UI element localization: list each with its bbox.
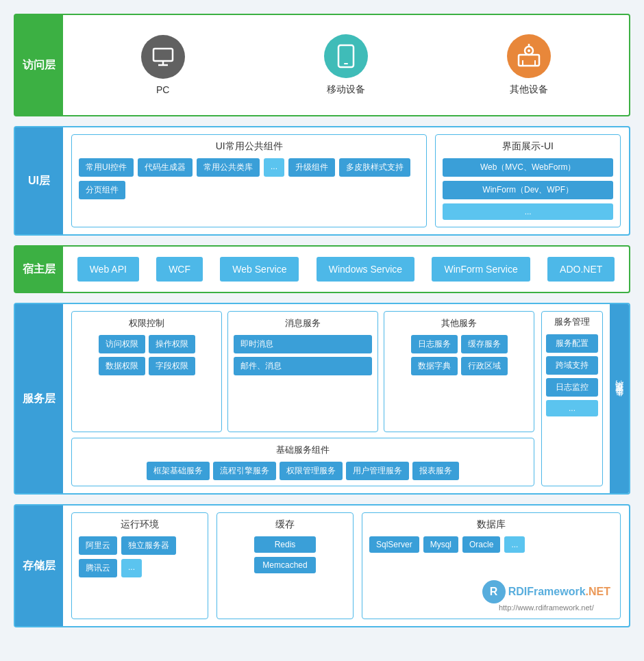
storage-db-box: 数据库 SqlServer Mysql Oracle ... R RDIFram… (362, 512, 621, 619)
access-layer: 访问层 PC (14, 14, 630, 116)
service-other-box: 其他服务 日志服务 缓存服务 数据字典 行政区域 (384, 311, 534, 432)
service-auth-box: 权限控制 访问权限 操作权限 数据权限 字段权限 (71, 311, 222, 432)
storage-layer-content: 运行环境 阿里云 独立服务器 腾讯云 ... 缓存 Redis Memcache… (63, 506, 629, 626)
access-layer-label: 访问层 (15, 15, 63, 115)
tag-web-mvc: Web（MVC、WebForm） (443, 158, 613, 177)
tag-paging: 分页组件 (79, 181, 125, 199)
tag-more-runtime: ... (121, 559, 142, 577)
host-layer: 宿主层 Web API WCF Web Service Windows Serv… (14, 245, 630, 293)
service-other-tags: 日志服务 缓存服务 数据字典 行政区域 (390, 335, 528, 375)
svg-rect-4 (344, 63, 348, 64)
host-layer-content: Web API WCF Web Service Windows Service … (63, 247, 629, 292)
service-auth-title: 权限控制 (77, 317, 216, 329)
tag-instant-msg: 即时消息 (234, 335, 372, 353)
tag-region-svc: 行政区域 (461, 357, 508, 375)
storage-cache-box: 缓存 Redis Memcached (216, 512, 354, 619)
ui-display-title: 界面展示-UI (443, 140, 613, 153)
service-layer-content: 权限控制 访问权限 操作权限 数据权限 字段权限 消息服务 (63, 304, 629, 493)
storage-runtime-tags: 阿里云 独立服务器 腾讯云 ... (79, 536, 201, 577)
service-auth-tags: 访问权限 操作权限 数据权限 字段权限 (77, 335, 216, 375)
storage-layer: 存储层 运行环境 阿里云 独立服务器 腾讯云 ... 缓存 Redis (14, 504, 630, 627)
ui-layer-content: UI常用公共组件 常用UI控件 代码生成器 常用公共类库 ... 升级组件 多皮… (63, 127, 629, 234)
tag-skin: 多皮肤样式支持 (339, 158, 410, 177)
storage-db-tags: SqlServer Mysql Oracle ... (369, 536, 613, 553)
svg-rect-5 (519, 55, 539, 66)
tag-memcached: Memcached (254, 557, 316, 573)
tag-more-db: ... (504, 536, 525, 553)
tag-ui-controls: 常用UI控件 (79, 158, 134, 177)
tag-winform: WinForm（Dev、WPF） (443, 181, 613, 199)
tag-more-mgmt: ... (546, 400, 598, 416)
service-layer-label: 服务层 (15, 304, 63, 493)
tag-oracle: Oracle (462, 536, 500, 553)
service-msg-title: 消息服务 (234, 317, 372, 329)
service-layer: 服务层 权限控制 访问权限 操作权限 数据权限 字段权限 (14, 303, 630, 495)
watermark-icon: R (482, 580, 506, 603)
mobile-icon (324, 34, 368, 78)
tag-more1: ... (264, 158, 284, 177)
host-windowsservice: Windows Service (317, 257, 414, 282)
ui-display-box: 界面展示-UI Web（MVC、WebForm） WinForm（Dev、WPF… (435, 134, 621, 227)
other-label: 其他设备 (510, 84, 548, 96)
other-icon (507, 34, 551, 78)
tag-more2: ... (443, 203, 613, 220)
host-winformservice: WinForm Service (432, 257, 530, 282)
service-other-title: 其他服务 (390, 317, 528, 329)
service-base-tags: 框架基础服务 流程引擎服务 权限管理服务 用户管理服务 报表服务 (79, 462, 527, 480)
tag-report-svc: 报表服务 (412, 462, 459, 480)
service-base-box: 基础服务组件 框架基础服务 流程引擎服务 权限管理服务 用户管理服务 报表服务 (71, 438, 534, 486)
tag-tencent: 腾讯云 (79, 559, 117, 577)
watermark-logo: R RDIFramework.NET (482, 580, 610, 603)
mobile-label: 移动设备 (327, 84, 365, 96)
pc-icon (141, 35, 185, 79)
tag-standalone: 独立服务器 (121, 536, 176, 555)
tag-common-lib: 常用公共类库 (197, 158, 260, 177)
tag-svc-config: 服务配置 (546, 334, 598, 353)
tag-dict-svc: 数据字典 (411, 357, 458, 375)
tag-log-svc: 日志服务 (411, 335, 458, 353)
svg-rect-0 (153, 49, 173, 61)
service-base-title: 基础服务组件 (79, 444, 527, 456)
access-layer-content: PC 移动设备 (63, 15, 629, 115)
distributed-strip: 集中分布式架构 (610, 304, 629, 493)
watermark: R RDIFramework.NET http://www.rdiframewo… (482, 580, 610, 612)
service-mgmt-box: 服务管理 服务配置 跨域支持 日志监控 ... (541, 311, 603, 486)
access-item-other: 其他设备 (507, 34, 551, 96)
tag-redis: Redis (254, 536, 316, 553)
storage-cache-title: 缓存 (224, 519, 346, 531)
tag-log-monitor: 日志监控 (546, 378, 598, 397)
tag-access-auth: 访问权限 (99, 335, 145, 353)
ui-common-tags: 常用UI控件 代码生成器 常用公共类库 ... 升级组件 多皮肤样式支持 分页组… (79, 158, 419, 199)
ui-common-title: UI常用公共组件 (79, 140, 419, 153)
host-layer-label: 宿主层 (15, 247, 63, 292)
tag-sqlserver: SqlServer (369, 536, 419, 553)
host-webapi: Web API (77, 257, 139, 282)
tag-email-msg: 邮件、消息 (234, 357, 372, 375)
watermark-brand: RDIFramework.NET (508, 586, 610, 598)
tag-flow-svc: 流程引擎服务 (213, 462, 276, 480)
tag-upgrade: 升级组件 (288, 158, 335, 177)
storage-layer-label: 存储层 (15, 506, 63, 626)
storage-runtime-title: 运行环境 (79, 519, 201, 531)
host-adonet: ADO.NET (547, 257, 615, 282)
tag-user-svc: 用户管理服务 (346, 462, 409, 480)
tag-cache-svc: 缓存服务 (461, 335, 508, 353)
host-webservice: Web Service (220, 257, 299, 282)
tag-base-svc: 框架基础服务 (147, 462, 210, 480)
tag-cross-domain: 跨域支持 (546, 356, 598, 375)
ui-layer-label: UI层 (15, 127, 63, 234)
service-msg-tags: 即时消息 邮件、消息 (234, 335, 372, 375)
service-msg-box: 消息服务 即时消息 邮件、消息 (227, 311, 378, 432)
distributed-label: 集中分布式架构 (614, 394, 626, 403)
service-top-boxes: 权限控制 访问权限 操作权限 数据权限 字段权限 消息服务 (71, 311, 534, 432)
ui-common-box: UI常用公共组件 常用UI控件 代码生成器 常用公共类库 ... 升级组件 多皮… (71, 134, 427, 227)
tag-field-auth: 字段权限 (149, 357, 195, 375)
architecture-diagram: 访问层 PC (14, 14, 630, 627)
storage-db-title: 数据库 (369, 519, 613, 531)
service-main: 权限控制 访问权限 操作权限 数据权限 字段权限 消息服务 (71, 311, 534, 486)
storage-runtime-box: 运行环境 阿里云 独立服务器 腾讯云 ... (71, 512, 208, 619)
service-mgmt-title: 服务管理 (546, 316, 598, 328)
tag-code-gen: 代码生成器 (138, 158, 193, 177)
tag-mysql: Mysql (423, 536, 458, 553)
tag-op-auth: 操作权限 (149, 335, 195, 353)
